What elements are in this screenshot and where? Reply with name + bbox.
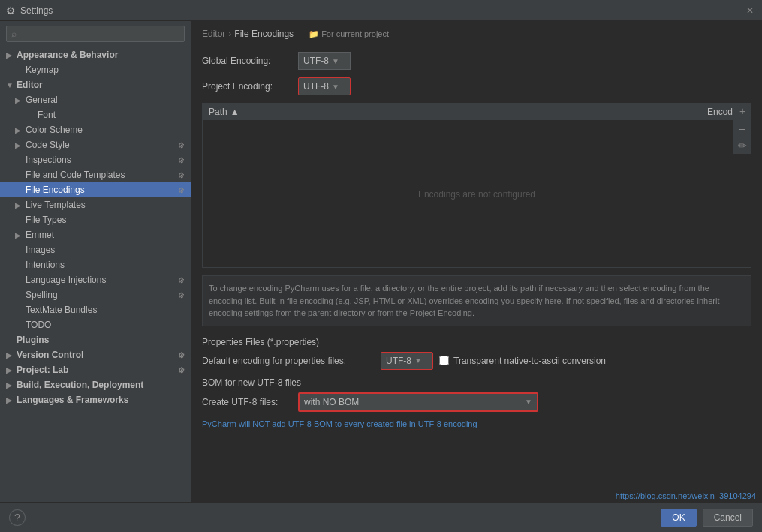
project-encoding-arrow: ▼ [332, 83, 339, 91]
sidebar-label-fileencodings: File Encodings [26, 185, 85, 195]
transparent-checkbox[interactable] [439, 356, 449, 365]
sidebar-label-appearance: Appearance & Behavior [17, 50, 118, 60]
sidebar-item-keymap[interactable]: Keymap [0, 62, 191, 77]
sidebar-badge-spelling: ⚙ [178, 291, 185, 299]
sidebar-label-todo: TODO [26, 320, 51, 330]
global-encoding-label: Global Encoding: [202, 56, 292, 66]
sidebar-label-intentions: Intentions [26, 260, 65, 270]
url-bar: https://blog.csdn.net/weixin_39104294 [191, 490, 762, 502]
create-utf8-label: Create UTF-8 files: [202, 397, 292, 407]
project-encoding-label: Project Encoding: [202, 81, 292, 92]
sidebar-item-buildexec[interactable]: Build, Execution, Deployment [0, 377, 191, 392]
sidebar-item-editor[interactable]: Editor [0, 77, 191, 92]
sidebar-item-general[interactable]: General [0, 92, 191, 107]
sidebar-item-images[interactable]: Images [0, 242, 191, 257]
sidebar-item-plugins[interactable]: Plugins [0, 332, 191, 347]
sidebar-item-textmate[interactable]: TextMate Bundles [0, 302, 191, 317]
ok-button[interactable]: OK [661, 509, 696, 527]
sidebar-label-inspections: Inspections [26, 155, 71, 165]
global-encoding-dropdown[interactable]: UTF-8 ▼ [298, 52, 351, 70]
bom-note-link[interactable]: UTF-8 BOM [288, 419, 333, 428]
breadcrumb-parent: Editor [202, 29, 225, 39]
default-encoding-dropdown[interactable]: UTF-8 ▼ [381, 352, 433, 370]
sidebar-label-spelling: Spelling [26, 290, 58, 300]
search-input[interactable] [6, 26, 185, 42]
sidebar-badge-inspections: ⚙ [178, 156, 185, 164]
breadcrumb-current: File Encodings [234, 29, 294, 39]
app-icon: ⚙ [6, 5, 16, 17]
sidebar-item-fileencodings[interactable]: File Encodings⚙ [0, 182, 191, 197]
add-row-button[interactable]: + [733, 103, 751, 119]
sidebar-badge-codestyle: ⚙ [178, 141, 185, 149]
project-encoding-value: UTF-8 [303, 81, 329, 92]
sidebar-label-textmate: TextMate Bundles [26, 305, 97, 315]
create-utf8-value: with NO BOM [304, 397, 359, 407]
breadcrumb: Editor › File Encodings 📁 For current pr… [191, 21, 762, 44]
create-utf8-dropdown[interactable]: with NO BOM ▼ [298, 392, 538, 412]
sidebar-badge-versioncontrol: ⚙ [178, 351, 185, 359]
sidebar-item-todo[interactable]: TODO [0, 317, 191, 332]
sidebar-label-emmet: Emmet [26, 230, 54, 240]
sidebar-item-filetypes[interactable]: File Types [0, 212, 191, 227]
sidebar-item-appearance[interactable]: Appearance & Behavior [0, 47, 191, 62]
sidebar-item-intentions[interactable]: Intentions [0, 257, 191, 272]
sidebar-item-emmet[interactable]: Emmet [0, 227, 191, 242]
bom-note-text: PyCharm will NOT add [202, 419, 288, 428]
sidebar-label-font: Font [38, 110, 56, 120]
sidebar-label-langinjections: Language Injections [26, 275, 106, 285]
sidebar-label-languages: Languages & Frameworks [17, 395, 128, 405]
settings-dialog: Appearance & BehaviorKeymapEditorGeneral… [0, 21, 762, 532]
default-encoding-row: Default encoding for properties files: U… [202, 352, 751, 370]
create-utf8-arrow: ▼ [525, 398, 532, 406]
dialog-title: Settings [20, 5, 739, 16]
sidebar-item-inspections[interactable]: Inspections⚙ [0, 152, 191, 167]
remove-row-button[interactable]: – [733, 120, 751, 137]
sidebar-label-codestyle: Code Style [26, 140, 70, 150]
sidebar-item-langinjections[interactable]: Language Injections⚙ [0, 272, 191, 287]
properties-section-header: Properties Files (*.properties) [202, 337, 751, 347]
sidebar: Appearance & BehaviorKeymapEditorGeneral… [0, 21, 191, 502]
sidebar-label-keymap: Keymap [26, 65, 59, 75]
default-encoding-label: Default encoding for properties files: [202, 356, 375, 366]
sidebar-badge-fileandcode: ⚙ [178, 171, 185, 179]
edit-row-button[interactable]: ✏ [733, 137, 751, 154]
help-button[interactable]: ? [9, 509, 26, 526]
sidebar-item-codestyle[interactable]: Code Style⚙ [0, 137, 191, 152]
bom-note: PyCharm will NOT add UTF-8 BOM to every … [202, 419, 751, 428]
encodings-table: Path ▲ Encoding Encodings are not config… [202, 103, 751, 268]
sidebar-item-languages[interactable]: Languages & Frameworks [0, 392, 191, 407]
sidebar-badge-projectlab: ⚙ [178, 366, 185, 374]
table-toolbar: + – ✏ [733, 103, 751, 154]
sidebar-tree: Appearance & BehaviorKeymapEditorGeneral… [0, 47, 191, 407]
table-body: Encodings are not configured [203, 121, 751, 267]
sidebar-label-projectlab: Project: Lab [17, 365, 68, 375]
sidebar-label-general: General [26, 95, 58, 105]
project-encoding-dropdown[interactable]: UTF-8 ▼ [298, 77, 351, 95]
global-encoding-arrow: ▼ [332, 57, 339, 65]
sidebar-item-font[interactable]: Font [0, 107, 191, 122]
sidebar-item-livetemplates[interactable]: Live Templates [0, 197, 191, 212]
close-button[interactable]: ✕ [744, 5, 756, 17]
sidebar-item-colorscheme[interactable]: Color Scheme [0, 122, 191, 137]
sidebar-item-versioncontrol[interactable]: Version Control⚙ [0, 347, 191, 362]
for-current-project: 📁 For current project [309, 29, 389, 39]
sidebar-badge-langinjections: ⚙ [178, 276, 185, 284]
sidebar-label-colorscheme: Color Scheme [26, 125, 83, 135]
sidebar-item-projectlab[interactable]: Project: Lab⚙ [0, 362, 191, 377]
title-bar: ⚙ Settings ✕ [0, 0, 762, 21]
sidebar-item-fileandcode[interactable]: File and Code Templates⚙ [0, 167, 191, 182]
sidebar-badge-fileencodings: ⚙ [178, 186, 185, 194]
folder-icon: 📁 [309, 29, 319, 38]
table-empty-text: Encodings are not configured [418, 189, 535, 200]
sort-arrow: ▲ [230, 107, 239, 117]
sidebar-label-buildexec: Build, Execution, Deployment [17, 380, 143, 390]
dialog-footer: ? OK Cancel [0, 502, 762, 532]
cancel-button[interactable]: Cancel [703, 509, 753, 527]
project-encoding-row: Project Encoding: UTF-8 ▼ [202, 77, 751, 95]
sidebar-label-plugins: Plugins [17, 335, 49, 345]
search-box [0, 21, 191, 47]
default-encoding-dropdown-arrow: ▼ [414, 356, 422, 365]
sidebar-item-spelling[interactable]: Spelling⚙ [0, 287, 191, 302]
main-content: Editor › File Encodings 📁 For current pr… [191, 21, 762, 502]
transparent-label: Transparent native-to-ascii conversion [453, 356, 606, 366]
